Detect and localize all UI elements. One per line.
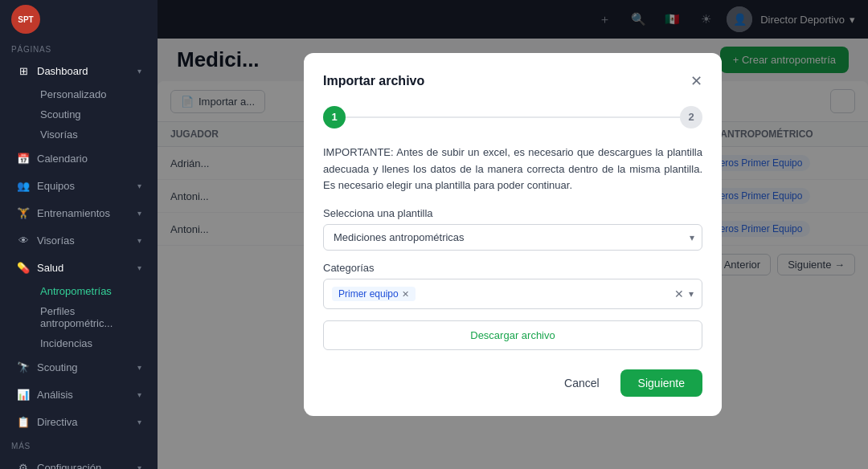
sidebar-item-entrenamientos[interactable]: 🏋 Entrenamientos ▾ bbox=[5, 200, 153, 226]
personalizado-label: Personalizado bbox=[40, 88, 146, 100]
sidebar-item-dashboard-label: Dashboard bbox=[37, 65, 131, 77]
dashboard-sub: Personalizado Scouting Visorías bbox=[0, 84, 158, 145]
config-icon: ⚙ bbox=[16, 460, 31, 469]
eye-icon: 👁 bbox=[16, 233, 31, 247]
tag-label: Primer equipo bbox=[338, 288, 399, 300]
directive-icon: 📋 bbox=[16, 414, 31, 429]
config-label: Configuración bbox=[37, 462, 131, 470]
sidebar-item-analisis[interactable]: 📊 Análisis ▾ bbox=[5, 381, 153, 407]
download-section: Descargar archivo bbox=[323, 320, 702, 353]
step1-circle: 1 bbox=[323, 106, 346, 128]
import-modal: Importar archivo ✕ 1 2 IMPORTANTE: Antes… bbox=[304, 53, 722, 416]
analysis-icon: 📊 bbox=[16, 387, 31, 402]
entrenamientos-chevron: ▾ bbox=[137, 209, 141, 218]
sidebar-item-config[interactable]: ⚙ Configuración ▾ bbox=[5, 455, 153, 469]
categories-field[interactable]: Primer equipo ✕ ✕ ▾ bbox=[323, 279, 702, 309]
scouting-chevron: ▾ bbox=[137, 363, 141, 372]
main-content: ＋ 🔍 🇲🇽 ☀ 👤 Director Deportivo ▾ Medici..… bbox=[158, 0, 868, 469]
categories-label: Categorías bbox=[323, 262, 702, 274]
sidebar-logo: SPT bbox=[0, 0, 158, 39]
perfiles-label: Perfiles antropométric... bbox=[40, 305, 146, 329]
visorias-label: Visorías bbox=[37, 234, 131, 247]
health-icon: 💊 bbox=[16, 260, 31, 275]
sidebar: SPT PÁGINAS ⊞ Dashboard ▾ Personalizado … bbox=[0, 0, 158, 469]
sidebar-item-scouting-sub1[interactable]: Scouting bbox=[34, 104, 153, 124]
analisis-label: Análisis bbox=[37, 389, 131, 401]
sidebar-item-visorias[interactable]: 👁 Visorías ▾ bbox=[5, 227, 153, 253]
tags-clear-btn[interactable]: ✕ bbox=[674, 288, 684, 300]
sidebar-item-antropometrias[interactable]: Antropometrías bbox=[34, 281, 153, 301]
select-plantilla-label: Selecciona una plantilla bbox=[323, 207, 702, 219]
salud-chevron: ▾ bbox=[137, 263, 141, 272]
equipos-label: Equipos bbox=[37, 180, 131, 192]
modal-title: Importar archivo bbox=[323, 74, 424, 88]
calendario-label: Calendario bbox=[37, 153, 141, 165]
teams-icon: 👥 bbox=[16, 178, 31, 193]
sidebar-item-visorias-sub[interactable]: Visorías bbox=[34, 124, 153, 145]
logo-icon: SPT bbox=[11, 5, 40, 34]
modal-close-button[interactable]: ✕ bbox=[690, 72, 702, 90]
scouting-label: Scouting bbox=[37, 361, 131, 373]
sidebar-item-directiva[interactable]: 📋 Directiva ▾ bbox=[5, 409, 153, 434]
directiva-label: Directiva bbox=[37, 416, 131, 428]
sidebar-item-salud[interactable]: 💊 Salud ▾ bbox=[5, 255, 153, 280]
next-button[interactable]: Siguiente bbox=[620, 369, 702, 397]
pages-section-label: PÁGINAS bbox=[0, 39, 158, 57]
modal-note: IMPORTANTE: Antes de subir un excel, es … bbox=[323, 145, 702, 194]
sidebar-item-equipos[interactable]: 👥 Equipos ▾ bbox=[5, 173, 153, 198]
sidebar-item-perfiles[interactable]: Perfiles antropométric... bbox=[34, 301, 153, 333]
antropometrias-label: Antropometrías bbox=[40, 285, 146, 297]
mas-section-label: MÁS bbox=[0, 435, 158, 454]
scouting-sub1-label: Scouting bbox=[40, 108, 146, 120]
modal-steps: 1 2 bbox=[323, 106, 702, 128]
equipos-chevron: ▾ bbox=[137, 181, 141, 190]
primer-equipo-tag: Primer equipo ✕ bbox=[332, 287, 416, 301]
calendar-icon: 📅 bbox=[16, 151, 31, 165]
directiva-chevron: ▾ bbox=[137, 418, 141, 426]
modal-header: Importar archivo ✕ bbox=[323, 72, 702, 90]
tags-chevron-btn[interactable]: ▾ bbox=[689, 288, 694, 300]
analisis-chevron: ▾ bbox=[137, 390, 141, 399]
modal-footer: Cancel Siguiente bbox=[323, 369, 702, 397]
modal-overlay: Importar archivo ✕ 1 2 IMPORTANTE: Antes… bbox=[158, 0, 868, 469]
sidebar-item-scouting[interactable]: 🔭 Scouting ▾ bbox=[5, 354, 153, 380]
sidebar-item-incidencias[interactable]: Incidencias bbox=[34, 333, 153, 353]
download-file-button[interactable]: Descargar archivo bbox=[323, 320, 702, 350]
visorias-chevron: ▾ bbox=[137, 236, 141, 245]
entrenamientos-label: Entrenamientos bbox=[37, 207, 131, 219]
salud-label: Salud bbox=[37, 262, 131, 274]
scouting-icon: 🔭 bbox=[16, 360, 31, 374]
cancel-button[interactable]: Cancel bbox=[551, 370, 612, 396]
sidebar-item-calendario[interactable]: 📅 Calendario bbox=[5, 145, 153, 171]
dashboard-chevron: ▾ bbox=[137, 67, 141, 75]
step2-circle: 2 bbox=[680, 106, 702, 128]
sidebar-item-dashboard[interactable]: ⊞ Dashboard ▾ bbox=[5, 58, 153, 84]
incidencias-label: Incidencias bbox=[40, 337, 146, 349]
sidebar-item-personalizado[interactable]: Personalizado bbox=[34, 84, 153, 104]
training-icon: 🏋 bbox=[16, 206, 31, 220]
config-chevron: ▾ bbox=[137, 463, 141, 470]
step-line bbox=[346, 116, 680, 118]
visorias-sub-label: Visorías bbox=[40, 128, 146, 141]
tag-remove-btn[interactable]: ✕ bbox=[402, 289, 409, 300]
select-plantilla-wrapper: Mediciones antropométricas ▾ bbox=[323, 224, 702, 251]
plantilla-select[interactable]: Mediciones antropométricas bbox=[323, 224, 702, 251]
salud-sub: Antropometrías Perfiles antropométric...… bbox=[0, 281, 158, 353]
dashboard-icon: ⊞ bbox=[16, 63, 31, 78]
